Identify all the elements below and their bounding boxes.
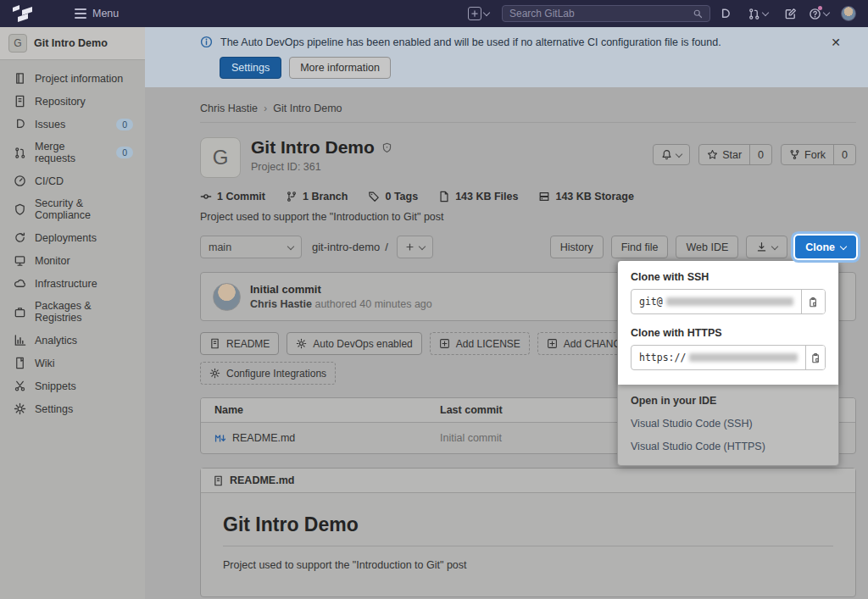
configure-integrations-button[interactable]: Configure Integrations <box>200 362 336 385</box>
sidebar-item-monitor[interactable]: Monitor <box>0 249 145 272</box>
gear-icon <box>14 402 26 415</box>
banner-close-icon[interactable]: ✕ <box>831 36 841 49</box>
breadcrumb-current-link[interactable]: Git Intro Demo <box>273 103 342 114</box>
sidebar-item-snippets[interactable]: Snippets <box>0 374 145 397</box>
star-button[interactable]: Star 0 <box>698 144 772 165</box>
add-file-dropdown[interactable] <box>397 236 433 258</box>
help-menu[interactable] <box>809 8 829 20</box>
stat-branches[interactable]: 1 Branch <box>286 191 348 202</box>
clone-button[interactable]: Clone <box>795 236 856 258</box>
find-file-button[interactable]: Find file <box>611 236 669 258</box>
sidebar-item-analytics[interactable]: Analytics <box>0 329 145 352</box>
vscode-https-option[interactable]: Visual Studio Code (HTTPS) <box>631 441 826 452</box>
sidebar-item-ci-cd[interactable]: CI/CD <box>0 169 145 192</box>
file-icon <box>209 338 220 349</box>
global-search[interactable] <box>502 5 710 22</box>
fork-label: Fork <box>804 149 826 161</box>
star-count[interactable]: 0 <box>749 145 771 164</box>
column-header-name[interactable]: Name <box>201 398 426 422</box>
add-license-button[interactable]: Add LICENSE <box>430 332 530 355</box>
auto-devops-enabled-button[interactable]: Auto DevOps enabled <box>287 332 421 355</box>
chevron-down-icon <box>483 8 490 15</box>
auto-devops-label: Auto DevOps enabled <box>313 338 412 350</box>
search-input[interactable] <box>509 8 687 19</box>
chevron-down-icon <box>823 8 830 15</box>
sidebar-item-wiki[interactable]: Wiki <box>0 352 145 374</box>
project-page: Chris Hastie › Git Intro Demo G Git Intr… <box>200 87 856 597</box>
star-icon <box>707 149 718 160</box>
sidebar-item-repository[interactable]: Repository <box>0 90 145 113</box>
file-link[interactable]: README.md <box>232 432 295 444</box>
merge-requests-menu[interactable] <box>743 5 772 23</box>
visibility-shield-icon <box>381 142 392 153</box>
copy-https-url-button[interactable] <box>805 346 825 369</box>
stat-tags[interactable]: 0 Tags <box>368 191 418 202</box>
hamburger-icon <box>75 8 86 19</box>
breadcrumb-parent-link[interactable]: Chris Hastie <box>200 103 258 114</box>
project-stats: 1 Commit 1 Branch 0 Tags 143 KB Files <box>200 191 856 202</box>
sidebar: G Git Intro Demo Project information Rep… <box>0 27 145 599</box>
clone-ssh-url-field[interactable]: git@ <box>632 290 801 313</box>
stat-files[interactable]: 143 KB Files <box>438 191 518 202</box>
notification-settings-button[interactable] <box>653 144 690 165</box>
sidebar-item-settings[interactable]: Settings <box>0 397 145 420</box>
sidebar-item-project-information[interactable]: Project information <box>0 67 145 90</box>
issues-icon[interactable] <box>719 8 732 20</box>
readme-button[interactable]: README <box>200 332 279 355</box>
commit-icon <box>200 191 212 202</box>
clone-dropdown-spotlight: Clone with SSH git@ Clone with HTTPS <box>618 261 838 385</box>
fork-button[interactable]: Fork 0 <box>781 144 856 165</box>
clipboard-icon <box>808 297 819 308</box>
project-avatar: G <box>200 137 241 178</box>
sidebar-item-infrastructure[interactable]: Infrastructure <box>0 272 145 295</box>
menu-button[interactable]: Menu <box>75 8 119 19</box>
web-ide-button[interactable]: Web IDE <box>676 236 738 258</box>
history-button[interactable]: History <box>550 236 604 258</box>
breadcrumb-separator: › <box>264 103 267 114</box>
stat-label: 143 KB Files <box>455 191 518 202</box>
clone-ssh-heading: Clone with SSH <box>631 271 826 283</box>
sidebar-project-link[interactable]: G Git Intro Demo <box>0 27 145 60</box>
commit-meta: authored 40 minutes ago <box>314 298 431 310</box>
project-avatar-small: G <box>8 34 27 53</box>
wiki-icon <box>14 357 26 369</box>
stat-storage[interactable]: 143 KB Storage <box>538 191 633 202</box>
readme-preview-card: README.md Git Intro Demo Project used to… <box>200 468 856 597</box>
clone-https-url-field[interactable]: https:// <box>632 346 805 369</box>
chevron-down-icon <box>762 8 769 15</box>
commit-author-avatar[interactable] <box>213 283 241 311</box>
sidebar-item-packages-registries[interactable]: Packages & Registries <box>0 295 145 329</box>
sidebar-project-name: Git Intro Demo <box>34 37 108 49</box>
user-avatar[interactable] <box>841 6 856 21</box>
download-dropdown[interactable] <box>746 236 787 258</box>
commit-author-link[interactable]: Chris Hastie <box>250 298 312 310</box>
sidebar-item-merge-requests[interactable]: Merge requests 0 <box>0 136 145 169</box>
app-logo-icon[interactable] <box>12 4 41 23</box>
copy-ssh-url-button[interactable] <box>801 290 825 313</box>
plus-icon <box>405 242 415 252</box>
repo-path-root[interactable]: git-intro-demo <box>312 241 380 253</box>
sidebar-item-label: Monitor <box>35 255 70 267</box>
tag-icon <box>368 191 380 202</box>
vscode-ssh-option[interactable]: Visual Studio Code (SSH) <box>631 418 826 430</box>
shield-icon <box>14 203 26 216</box>
sidebar-item-deployments[interactable]: Deployments <box>0 226 145 249</box>
sidebar-item-security-compliance[interactable]: Security & Compliance <box>0 192 145 226</box>
fork-count[interactable]: 0 <box>833 145 855 164</box>
star-label: Star <box>722 149 742 161</box>
new-menu-button[interactable] <box>464 4 493 23</box>
sidebar-item-issues[interactable]: Issues 0 <box>0 113 145 136</box>
analytics-icon <box>14 334 26 347</box>
banner-more-information-button[interactable]: More information <box>289 57 391 79</box>
configure-integrations-label: Configure Integrations <box>226 368 326 380</box>
todo-icon[interactable] <box>784 8 797 20</box>
branch-selector[interactable]: main <box>200 236 302 258</box>
stat-commits[interactable]: 1 Commit <box>200 191 265 202</box>
stat-label: 143 KB Storage <box>555 191 633 202</box>
commit-title-link[interactable]: Initial commit <box>250 283 432 296</box>
plus-icon <box>468 7 481 20</box>
readme-filename[interactable]: README.md <box>230 474 294 486</box>
chevron-down-icon <box>419 242 426 249</box>
banner-settings-button[interactable]: Settings <box>220 57 281 79</box>
breadcrumb: Chris Hastie › Git Intro Demo <box>200 87 856 123</box>
